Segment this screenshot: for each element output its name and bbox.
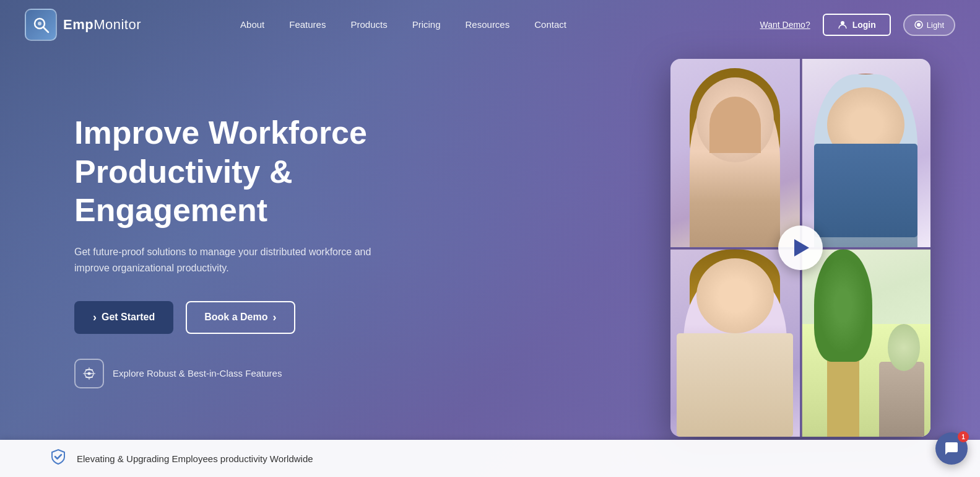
nav-features[interactable]: Features — [289, 19, 326, 30]
footer-banner-text: Elevating & Upgrading Employees producti… — [77, 453, 313, 464]
nav-links: About Features Products Pricing Resource… — [240, 19, 566, 30]
hero-image-bottom-right — [802, 249, 931, 437]
explore-features-text: Explore Robust & Best-in-Class Features — [113, 368, 282, 379]
footer-banner: Elevating & Upgrading Employees producti… — [0, 440, 980, 477]
nav-right: Want Demo? Login Light — [760, 14, 956, 36]
theme-toggle-button[interactable]: Light — [903, 14, 955, 36]
login-icon — [838, 20, 848, 30]
light-icon — [914, 20, 923, 29]
logo-icon — [25, 9, 57, 41]
arrow-icon: › — [273, 311, 277, 324]
book-demo-button[interactable]: Book a Demo › — [186, 301, 295, 334]
chat-icon — [944, 441, 959, 456]
shield-icon — [50, 448, 67, 469]
hero-subtitle: Get future-proof solutions to manage you… — [74, 244, 371, 276]
nav-about[interactable]: About — [240, 19, 264, 30]
login-button[interactable]: Login — [823, 14, 891, 36]
hero-image-top-left — [670, 59, 800, 247]
nav-products[interactable]: Products — [350, 19, 387, 30]
explore-features: Explore Robust & Best-in-Class Features — [74, 359, 384, 388]
hero-image-grid — [670, 59, 930, 437]
hero-image-top-right — [802, 59, 931, 247]
svg-point-2 — [38, 22, 41, 25]
hero-section: EmpMonitor About Features Products Prici… — [0, 0, 980, 477]
nav-contact[interactable]: Contact — [534, 19, 566, 30]
logo-text: EmpMonitor — [63, 17, 141, 33]
hero-title: Improve Workforce Productivity & Engagem… — [74, 113, 384, 229]
svg-line-1 — [43, 27, 48, 32]
play-button[interactable] — [778, 225, 823, 270]
nav-resources[interactable]: Resources — [466, 19, 510, 30]
svg-point-4 — [917, 23, 921, 27]
svg-point-7 — [88, 372, 91, 375]
navbar: EmpMonitor About Features Products Prici… — [0, 0, 980, 50]
get-started-button[interactable]: › Get Started — [74, 301, 173, 334]
hero-image-bottom-left — [670, 249, 800, 437]
svg-point-3 — [841, 21, 844, 25]
chat-badge: 1 — [958, 431, 969, 442]
hero-buttons: › Get Started Book a Demo › — [74, 301, 384, 334]
want-demo-link[interactable]: Want Demo? — [760, 20, 810, 30]
chat-widget[interactable]: 1 — [935, 432, 968, 465]
logo[interactable]: EmpMonitor — [25, 9, 141, 41]
features-icon — [74, 359, 104, 388]
chevron-icon: › — [93, 311, 97, 324]
nav-pricing[interactable]: Pricing — [412, 19, 441, 30]
play-icon — [794, 239, 809, 256]
hero-content: Improve Workforce Productivity & Engagem… — [0, 39, 433, 437]
